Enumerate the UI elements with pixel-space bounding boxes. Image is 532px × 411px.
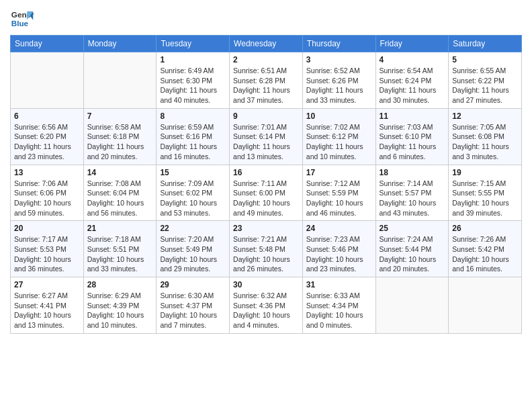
calendar-cell: 14Sunrise: 7:08 AM Sunset: 6:04 PM Dayli… bbox=[83, 165, 157, 221]
calendar-cell bbox=[449, 277, 522, 334]
day-info: Sunrise: 7:12 AM Sunset: 5:59 PM Dayligh… bbox=[306, 179, 372, 218]
day-info: Sunrise: 6:59 AM Sunset: 6:16 PM Dayligh… bbox=[160, 122, 226, 162]
day-header-tuesday: Tuesday bbox=[157, 36, 230, 52]
day-info: Sunrise: 6:58 AM Sunset: 6:18 PM Dayligh… bbox=[87, 122, 153, 162]
calendar-cell: 2Sunrise: 6:51 AM Sunset: 6:28 PM Daylig… bbox=[230, 52, 303, 109]
day-info: Sunrise: 7:03 AM Sunset: 6:10 PM Dayligh… bbox=[380, 122, 445, 162]
logo-icon: General Blue bbox=[10, 7, 34, 31]
day-info: Sunrise: 7:14 AM Sunset: 5:57 PM Dayligh… bbox=[380, 179, 445, 218]
day-info: Sunrise: 6:29 AM Sunset: 4:39 PM Dayligh… bbox=[87, 291, 153, 330]
calendar-cell: 26Sunrise: 7:26 AM Sunset: 5:42 PM Dayli… bbox=[449, 221, 522, 277]
day-number: 7 bbox=[87, 111, 153, 121]
header-row: SundayMondayTuesdayWednesdayThursdayFrid… bbox=[11, 36, 522, 52]
day-info: Sunrise: 6:55 AM Sunset: 6:22 PM Dayligh… bbox=[452, 66, 518, 105]
calendar-cell: 13Sunrise: 7:06 AM Sunset: 6:06 PM Dayli… bbox=[11, 165, 84, 221]
day-header-wednesday: Wednesday bbox=[230, 36, 303, 52]
day-info: Sunrise: 7:02 AM Sunset: 6:12 PM Dayligh… bbox=[306, 122, 372, 162]
calendar-table: SundayMondayTuesdayWednesdayThursdayFrid… bbox=[10, 35, 522, 334]
day-number: 17 bbox=[306, 168, 372, 177]
calendar-cell: 8Sunrise: 6:59 AM Sunset: 6:16 PM Daylig… bbox=[157, 108, 230, 165]
calendar-cell: 27Sunrise: 6:27 AM Sunset: 4:41 PM Dayli… bbox=[11, 277, 84, 334]
day-number: 22 bbox=[160, 224, 226, 233]
day-number: 6 bbox=[14, 111, 80, 121]
day-info: Sunrise: 7:21 AM Sunset: 5:48 PM Dayligh… bbox=[233, 234, 299, 274]
day-number: 8 bbox=[160, 111, 226, 121]
day-number: 18 bbox=[380, 168, 445, 177]
calendar-cell: 28Sunrise: 6:29 AM Sunset: 4:39 PM Dayli… bbox=[83, 277, 157, 334]
calendar-cell: 5Sunrise: 6:55 AM Sunset: 6:22 PM Daylig… bbox=[449, 52, 522, 109]
calendar-cell: 7Sunrise: 6:58 AM Sunset: 6:18 PM Daylig… bbox=[83, 108, 157, 165]
calendar-cell: 1Sunrise: 6:49 AM Sunset: 6:30 PM Daylig… bbox=[157, 52, 230, 109]
day-header-thursday: Thursday bbox=[302, 36, 375, 52]
week-row-1: 6Sunrise: 6:56 AM Sunset: 6:20 PM Daylig… bbox=[11, 108, 522, 165]
day-info: Sunrise: 6:54 AM Sunset: 6:24 PM Dayligh… bbox=[380, 66, 445, 105]
day-number: 21 bbox=[87, 224, 153, 233]
day-info: Sunrise: 6:51 AM Sunset: 6:28 PM Dayligh… bbox=[233, 66, 299, 105]
day-number: 29 bbox=[160, 280, 226, 289]
calendar-cell: 23Sunrise: 7:21 AM Sunset: 5:48 PM Dayli… bbox=[230, 221, 303, 277]
day-number: 19 bbox=[452, 168, 518, 177]
calendar-cell: 31Sunrise: 6:33 AM Sunset: 4:34 PM Dayli… bbox=[302, 277, 375, 334]
day-header-monday: Monday bbox=[83, 36, 157, 52]
calendar-cell bbox=[11, 52, 84, 109]
day-info: Sunrise: 7:05 AM Sunset: 6:08 PM Dayligh… bbox=[452, 122, 518, 162]
day-header-sunday: Sunday bbox=[11, 36, 84, 52]
day-number: 2 bbox=[233, 55, 299, 64]
day-info: Sunrise: 7:18 AM Sunset: 5:51 PM Dayligh… bbox=[87, 234, 153, 274]
day-number: 1 bbox=[160, 55, 226, 64]
calendar-cell: 19Sunrise: 7:15 AM Sunset: 5:55 PM Dayli… bbox=[449, 165, 522, 221]
day-info: Sunrise: 6:56 AM Sunset: 6:20 PM Dayligh… bbox=[14, 122, 80, 162]
day-info: Sunrise: 7:06 AM Sunset: 6:06 PM Dayligh… bbox=[14, 179, 80, 218]
week-row-2: 13Sunrise: 7:06 AM Sunset: 6:06 PM Dayli… bbox=[11, 165, 522, 221]
calendar-cell: 22Sunrise: 7:20 AM Sunset: 5:49 PM Dayli… bbox=[157, 221, 230, 277]
day-info: Sunrise: 6:33 AM Sunset: 4:34 PM Dayligh… bbox=[306, 291, 372, 330]
day-number: 3 bbox=[306, 55, 372, 64]
day-number: 16 bbox=[233, 168, 299, 177]
day-number: 30 bbox=[233, 280, 299, 289]
calendar-cell: 11Sunrise: 7:03 AM Sunset: 6:10 PM Dayli… bbox=[375, 108, 449, 165]
calendar-cell: 4Sunrise: 6:54 AM Sunset: 6:24 PM Daylig… bbox=[375, 52, 449, 109]
day-info: Sunrise: 7:20 AM Sunset: 5:49 PM Dayligh… bbox=[160, 234, 226, 274]
day-number: 13 bbox=[14, 168, 80, 177]
day-number: 10 bbox=[306, 111, 372, 121]
week-row-4: 27Sunrise: 6:27 AM Sunset: 4:41 PM Dayli… bbox=[11, 277, 522, 334]
calendar-cell: 10Sunrise: 7:02 AM Sunset: 6:12 PM Dayli… bbox=[302, 108, 375, 165]
calendar-cell: 6Sunrise: 6:56 AM Sunset: 6:20 PM Daylig… bbox=[11, 108, 84, 165]
day-number: 28 bbox=[87, 280, 153, 289]
day-info: Sunrise: 7:01 AM Sunset: 6:14 PM Dayligh… bbox=[233, 122, 299, 162]
calendar-cell: 24Sunrise: 7:23 AM Sunset: 5:46 PM Dayli… bbox=[302, 221, 375, 277]
day-number: 14 bbox=[87, 168, 153, 177]
calendar-cell bbox=[83, 52, 157, 109]
calendar-cell: 3Sunrise: 6:52 AM Sunset: 6:26 PM Daylig… bbox=[302, 52, 375, 109]
day-info: Sunrise: 6:49 AM Sunset: 6:30 PM Dayligh… bbox=[160, 66, 226, 105]
week-row-0: 1Sunrise: 6:49 AM Sunset: 6:30 PM Daylig… bbox=[11, 52, 522, 109]
logo: General Blue bbox=[10, 7, 34, 31]
calendar-cell: 12Sunrise: 7:05 AM Sunset: 6:08 PM Dayli… bbox=[449, 108, 522, 165]
calendar-cell: 21Sunrise: 7:18 AM Sunset: 5:51 PM Dayli… bbox=[83, 221, 157, 277]
calendar-cell: 17Sunrise: 7:12 AM Sunset: 5:59 PM Dayli… bbox=[302, 165, 375, 221]
day-info: Sunrise: 6:27 AM Sunset: 4:41 PM Dayligh… bbox=[14, 291, 80, 330]
day-number: 9 bbox=[233, 111, 299, 121]
day-info: Sunrise: 6:32 AM Sunset: 4:36 PM Dayligh… bbox=[233, 291, 299, 330]
calendar-cell: 30Sunrise: 6:32 AM Sunset: 4:36 PM Dayli… bbox=[230, 277, 303, 334]
page: General Blue SundayMondayTuesdayWednesda… bbox=[0, 0, 532, 411]
calendar-cell: 9Sunrise: 7:01 AM Sunset: 6:14 PM Daylig… bbox=[230, 108, 303, 165]
calendar-cell: 29Sunrise: 6:30 AM Sunset: 4:37 PM Dayli… bbox=[157, 277, 230, 334]
calendar-cell: 25Sunrise: 7:24 AM Sunset: 5:44 PM Dayli… bbox=[375, 221, 449, 277]
header: General Blue bbox=[10, 7, 522, 31]
day-number: 26 bbox=[452, 224, 518, 233]
day-header-saturday: Saturday bbox=[449, 36, 522, 52]
day-number: 24 bbox=[306, 224, 372, 233]
day-info: Sunrise: 7:26 AM Sunset: 5:42 PM Dayligh… bbox=[452, 234, 518, 274]
calendar-cell bbox=[375, 277, 449, 334]
day-info: Sunrise: 7:08 AM Sunset: 6:04 PM Dayligh… bbox=[87, 179, 153, 218]
day-info: Sunrise: 7:23 AM Sunset: 5:46 PM Dayligh… bbox=[306, 234, 372, 274]
day-number: 23 bbox=[233, 224, 299, 233]
day-number: 25 bbox=[380, 224, 445, 233]
calendar-cell: 16Sunrise: 7:11 AM Sunset: 6:00 PM Dayli… bbox=[230, 165, 303, 221]
day-number: 20 bbox=[14, 224, 80, 233]
day-number: 5 bbox=[452, 55, 518, 64]
day-number: 31 bbox=[306, 280, 372, 289]
day-info: Sunrise: 7:09 AM Sunset: 6:02 PM Dayligh… bbox=[160, 179, 226, 218]
calendar-cell: 20Sunrise: 7:17 AM Sunset: 5:53 PM Dayli… bbox=[11, 221, 84, 277]
